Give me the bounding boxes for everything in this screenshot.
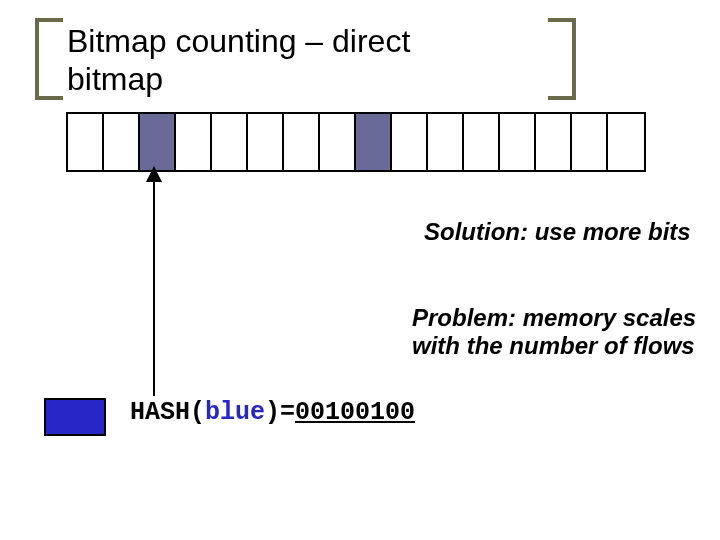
- hash-mid: )=: [265, 398, 295, 427]
- bitmap-cell-8: [356, 114, 392, 170]
- blue-swatch: [44, 398, 106, 436]
- bitmap-cell-12: [500, 114, 536, 170]
- hash-value: 00100100: [295, 398, 415, 427]
- hash-prefix: HASH(: [130, 398, 205, 427]
- bitmap-cell-15: [608, 114, 644, 170]
- title-bracket-right: [548, 18, 576, 100]
- bitmap-cell-2: [140, 114, 176, 170]
- bitmap-cell-0: [68, 114, 104, 170]
- bitmap-cell-6: [284, 114, 320, 170]
- bitmap-cell-4: [212, 114, 248, 170]
- bitmap-cell-13: [536, 114, 572, 170]
- bitmap-cell-1: [104, 114, 140, 170]
- title-line-2: bitmap: [67, 60, 410, 98]
- bitmap-cell-9: [392, 114, 428, 170]
- solution-text: Solution: use more bits: [424, 218, 691, 246]
- bitmap-cell-5: [248, 114, 284, 170]
- problem-text: Problem: memory scales with the number o…: [412, 304, 720, 360]
- hash-expression: HASH(blue)=00100100: [130, 398, 415, 427]
- bitmap-row: [66, 112, 646, 172]
- slide-title: Bitmap counting – direct bitmap: [45, 22, 410, 98]
- hash-arg: blue: [205, 398, 265, 427]
- bitmap-cell-10: [428, 114, 464, 170]
- bitmap-cell-14: [572, 114, 608, 170]
- bitmap-cell-3: [176, 114, 212, 170]
- title-line-1: Bitmap counting – direct: [67, 22, 410, 60]
- bitmap-cell-11: [464, 114, 500, 170]
- bitmap-cell-7: [320, 114, 356, 170]
